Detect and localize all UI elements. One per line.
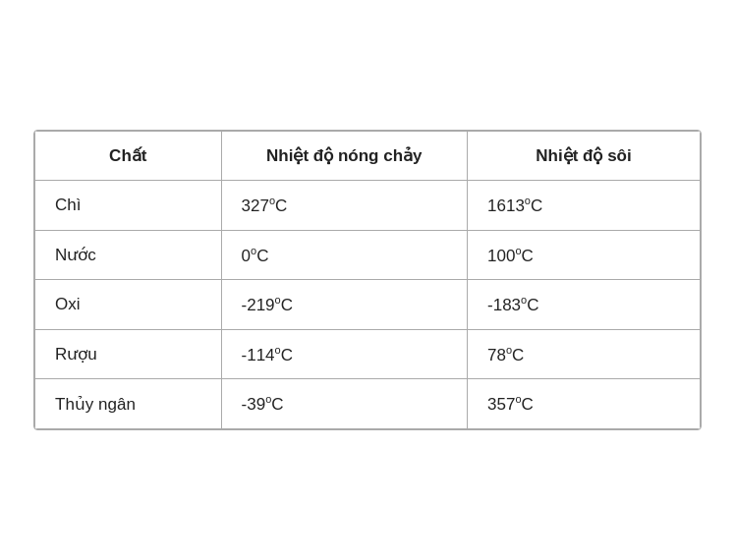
cell-soi: 78oC <box>468 329 701 379</box>
table-row: Nước0oC100oC <box>35 230 701 280</box>
table-row: Thủy ngân-39oC357oC <box>35 379 701 429</box>
cell-chat: Nước <box>35 230 222 280</box>
table-row: Rượu-114oC78oC <box>35 329 701 379</box>
data-table: Chất Nhiệt độ nóng chảy Nhiệt độ sôi Chì… <box>33 130 702 430</box>
cell-nong-chay: 327oC <box>221 180 467 230</box>
cell-chat: Thủy ngân <box>35 379 222 429</box>
cell-soi: 1613oC <box>468 180 701 230</box>
table-header-row: Chất Nhiệt độ nóng chảy Nhiệt độ sôi <box>35 131 701 180</box>
header-soi: Nhiệt độ sôi <box>468 131 701 180</box>
cell-nong-chay: -39oC <box>221 379 467 429</box>
header-nong-chay: Nhiệt độ nóng chảy <box>221 131 467 180</box>
cell-soi: 357oC <box>468 379 701 429</box>
header-chat: Chất <box>35 131 222 180</box>
cell-nong-chay: -114oC <box>221 329 467 379</box>
cell-chat: Chì <box>35 180 222 230</box>
cell-chat: Oxi <box>35 280 222 330</box>
table-row: Chì327oC1613oC <box>35 180 701 230</box>
cell-soi: 100oC <box>468 230 701 280</box>
cell-soi: -183oC <box>468 280 701 330</box>
cell-chat: Rượu <box>35 329 222 379</box>
cell-nong-chay: 0oC <box>221 230 467 280</box>
table-row: Oxi-219oC-183oC <box>35 280 701 330</box>
cell-nong-chay: -219oC <box>221 280 467 330</box>
